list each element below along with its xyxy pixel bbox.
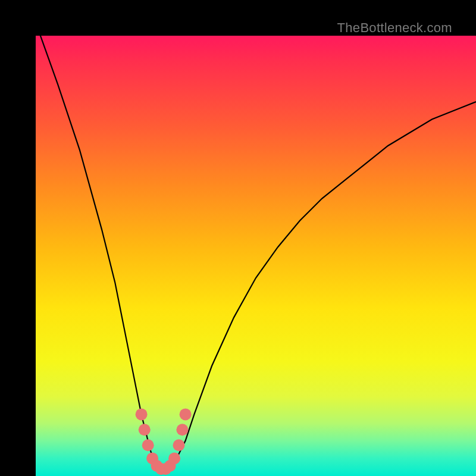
highlight-dot <box>136 408 148 420</box>
highlight-dot <box>139 424 151 436</box>
highlight-dot <box>176 424 188 436</box>
bottleneck-curve <box>36 36 476 467</box>
chart-svg <box>36 36 476 476</box>
chart-plot-area <box>36 36 476 476</box>
highlight-dot <box>180 408 192 420</box>
optimal-zone-markers <box>136 408 192 475</box>
highlight-dot <box>168 452 180 464</box>
chart-frame: TheBottleneck.com <box>0 0 476 476</box>
highlight-dot <box>173 439 185 451</box>
watermark-text: TheBottleneck.com <box>337 20 452 36</box>
highlight-dot <box>142 439 154 451</box>
